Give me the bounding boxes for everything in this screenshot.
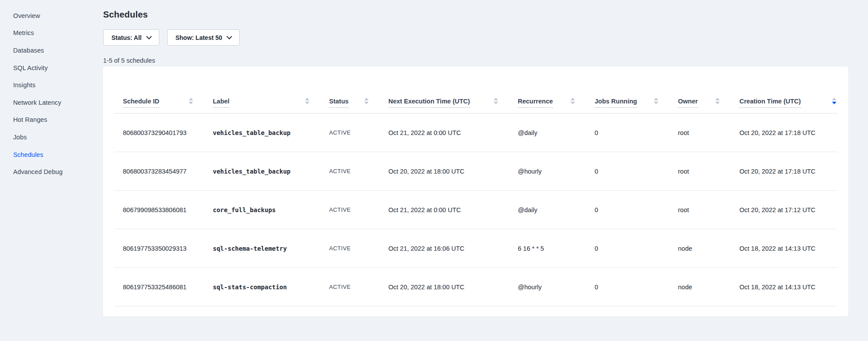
cell-next-execution-time: Oct 20, 2022 at 18:00 UTC: [388, 284, 518, 291]
cell-schedule-id: 806800373283454977: [123, 168, 213, 175]
cell-next-execution-time: Oct 21, 2022 at 0:00 UTC: [388, 206, 518, 213]
schedules-table: Schedule ID Label Status Next Execution …: [114, 67, 837, 306]
sidebar-item-insights[interactable]: Insights: [13, 76, 99, 94]
cell-creation-time: Oct 20, 2022 at 17:18 UTC: [739, 168, 837, 175]
cell-status: ACTIVE: [329, 284, 388, 290]
column-header-label: Creation Time (UTC): [739, 98, 801, 108]
cell-label: vehicles_table_backup: [213, 168, 329, 175]
schedules-table-card: Schedule ID Label Status Next Execution …: [103, 67, 848, 316]
cell-label: core_full_backups: [213, 206, 329, 213]
sort-carets-icon: [364, 98, 369, 104]
column-header-recurrence[interactable]: Recurrence: [518, 98, 595, 113]
cell-next-execution-time: Oct 20, 2022 at 18:00 UTC: [388, 168, 518, 175]
column-header-jobs-running[interactable]: Jobs Running: [595, 98, 678, 113]
show-filter-label: Show: Latest 50: [176, 34, 222, 41]
sidebar-item-overview[interactable]: Overview: [13, 7, 99, 25]
column-header-label: Status: [329, 98, 348, 108]
column-header-status[interactable]: Status: [329, 98, 388, 113]
cell-creation-time: Oct 20, 2022 at 17:18 UTC: [739, 129, 837, 136]
sort-carets-icon: [832, 98, 836, 104]
column-header-next-execution-time[interactable]: Next Execution Time (UTC): [388, 98, 518, 113]
sort-carets-icon: [494, 98, 498, 104]
cell-owner: node: [678, 245, 739, 252]
cell-recurrence: @hourly: [518, 284, 595, 291]
column-header-label: Schedule ID: [123, 98, 159, 108]
sort-carets-icon: [715, 98, 720, 104]
cell-creation-time: Oct 20, 2022 at 17:12 UTC: [739, 206, 837, 213]
cell-creation-time: Oct 18, 2022 at 14:13 UTC: [739, 284, 837, 291]
column-header-schedule-id[interactable]: Schedule ID: [123, 98, 213, 113]
results-summary: 1-5 of 5 schedules: [103, 57, 848, 64]
sidebar-item-hot-ranges[interactable]: Hot Ranges: [13, 111, 99, 129]
cell-label: vehicles_table_backup: [213, 129, 329, 136]
chevron-down-icon: [226, 34, 232, 39]
table-row[interactable]: 806800373290401793 vehicles_table_backup…: [114, 114, 837, 152]
cell-status: ACTIVE: [329, 245, 388, 252]
sidebar: Overview Metrics Databases SQL Activity …: [13, 7, 99, 181]
cell-status: ACTIVE: [329, 168, 388, 174]
cell-jobs-running: 0: [595, 168, 678, 175]
sort-carets-icon: [654, 98, 658, 104]
cell-next-execution-time: Oct 21, 2022 at 16:06 UTC: [388, 245, 518, 252]
cell-owner: root: [678, 206, 739, 213]
column-header-label: Next Execution Time (UTC): [388, 98, 470, 108]
cell-schedule-id: 806197753325486081: [123, 284, 213, 291]
filter-bar: Status: All Show: Latest 50: [103, 29, 848, 46]
column-header-label[interactable]: Label: [213, 98, 329, 113]
column-header-label: Jobs Running: [595, 98, 637, 108]
main-content: Schedules Status: All Show: Latest 50 1-…: [103, 0, 848, 316]
sidebar-item-databases[interactable]: Databases: [13, 42, 99, 59]
table-row[interactable]: 806799098533806081 core_full_backups ACT…: [114, 191, 837, 229]
cell-recurrence: @daily: [518, 129, 595, 136]
show-filter-dropdown[interactable]: Show: Latest 50: [167, 29, 240, 46]
cell-jobs-running: 0: [595, 284, 678, 291]
column-header-owner[interactable]: Owner: [678, 98, 739, 113]
cell-status: ACTIVE: [329, 129, 388, 136]
sidebar-item-schedules[interactable]: Schedules: [13, 146, 99, 163]
column-header-label: Recurrence: [518, 98, 553, 108]
sidebar-item-sql-activity[interactable]: SQL Activity: [13, 59, 99, 77]
status-filter-dropdown[interactable]: Status: All: [103, 29, 159, 46]
table-row[interactable]: 806800373283454977 vehicles_table_backup…: [114, 152, 837, 191]
cell-schedule-id: 806800373290401793: [123, 129, 213, 136]
cell-recurrence: @hourly: [518, 168, 595, 175]
cell-status: ACTIVE: [329, 206, 388, 213]
cell-schedule-id: 806197753350029313: [123, 245, 213, 252]
table-row[interactable]: 806197753350029313 sql-schema-telemetry …: [114, 229, 837, 268]
column-header-label: Owner: [678, 98, 698, 108]
cell-label: sql-stats-compaction: [213, 284, 329, 291]
sort-carets-icon: [570, 98, 575, 104]
cell-schedule-id: 806799098533806081: [123, 206, 213, 213]
cell-label: sql-schema-telemetry: [213, 245, 329, 252]
status-filter-label: Status: All: [111, 34, 142, 41]
sidebar-item-network-latency[interactable]: Network Latency: [13, 94, 99, 111]
cell-recurrence: 6 16 * * 5: [518, 245, 595, 252]
chevron-down-icon: [146, 34, 152, 39]
table-header-row: Schedule ID Label Status Next Execution …: [114, 67, 837, 114]
cell-jobs-running: 0: [595, 245, 678, 252]
cell-next-execution-time: Oct 21, 2022 at 0:00 UTC: [388, 129, 518, 136]
page-title: Schedules: [103, 9, 848, 20]
cell-recurrence: @daily: [518, 206, 595, 213]
cell-owner: root: [678, 129, 739, 136]
table-row[interactable]: 806197753325486081 sql-stats-compaction …: [114, 268, 837, 306]
cell-creation-time: Oct 18, 2022 at 14:13 UTC: [739, 245, 837, 252]
column-header-label: Label: [213, 98, 230, 108]
cell-jobs-running: 0: [595, 206, 678, 213]
sidebar-item-jobs[interactable]: Jobs: [13, 128, 99, 146]
column-header-creation-time[interactable]: Creation Time (UTC): [739, 98, 837, 113]
sidebar-item-metrics[interactable]: Metrics: [13, 25, 99, 42]
cell-owner: node: [678, 284, 739, 291]
cell-jobs-running: 0: [595, 129, 678, 136]
cell-owner: root: [678, 168, 739, 175]
sidebar-item-advanced-debug[interactable]: Advanced Debug: [13, 163, 99, 181]
sort-carets-icon: [305, 98, 309, 104]
sort-carets-icon: [189, 98, 193, 104]
